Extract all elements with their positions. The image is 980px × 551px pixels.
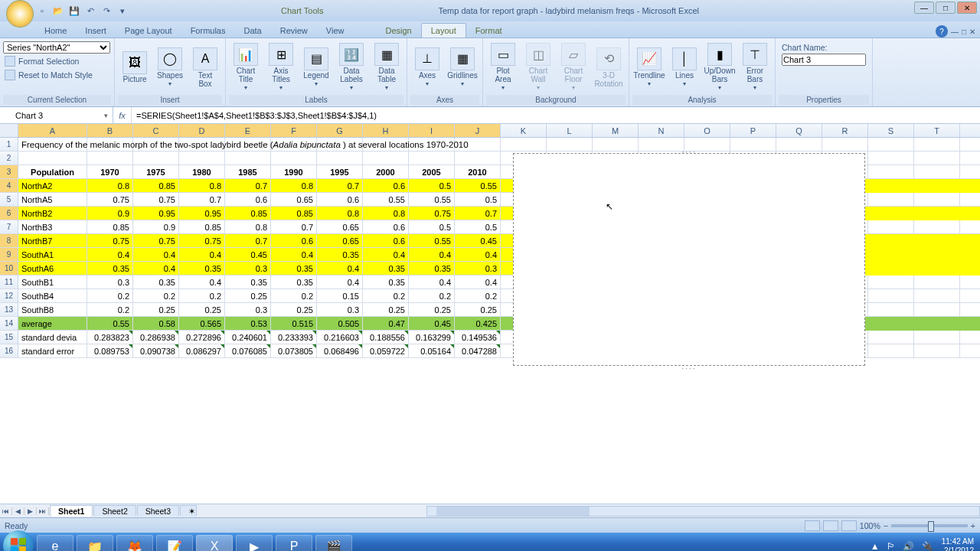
cell[interactable]: 0.4: [317, 262, 363, 275]
cell[interactable]: 2010: [455, 165, 501, 178]
row-header[interactable]: 6: [0, 207, 18, 220]
col-header[interactable]: G: [317, 124, 363, 137]
prev-sheet-button[interactable]: ◀: [12, 507, 24, 515]
col-header[interactable]: S: [868, 124, 914, 137]
cell[interactable]: 0.45: [455, 234, 501, 247]
cell[interactable]: 0.3: [225, 303, 271, 316]
col-header[interactable]: R: [822, 124, 868, 137]
tab-home[interactable]: Home: [35, 24, 76, 37]
zoom-slider[interactable]: [891, 524, 968, 527]
system-tray[interactable]: ▲ 🏳 🔊 🔌 11:42 AM2/1/2012: [871, 537, 977, 551]
zoom-in-button[interactable]: +: [971, 521, 975, 530]
cell[interactable]: 1985: [225, 165, 271, 178]
cell[interactable]: 0.5: [455, 220, 501, 233]
cell[interactable]: 0.75: [179, 234, 225, 247]
cell[interactable]: 0.6: [363, 220, 409, 233]
col-header[interactable]: K: [501, 124, 547, 137]
cell[interactable]: 0.233393: [271, 331, 317, 344]
cell[interactable]: 0.15: [317, 289, 363, 302]
cell[interactable]: 0.75: [409, 207, 455, 220]
cell[interactable]: 0.286938: [133, 331, 179, 344]
cell[interactable]: 0.25: [179, 303, 225, 316]
tab-format[interactable]: Format: [466, 24, 511, 37]
cell[interactable]: 0.25: [133, 303, 179, 316]
cell[interactable]: 0.35: [409, 262, 455, 275]
sheet-tab[interactable]: Sheet3: [137, 505, 179, 517]
cell[interactable]: 0.4: [455, 276, 501, 289]
fx-button[interactable]: fx: [113, 107, 132, 123]
cell[interactable]: 0.7: [225, 234, 271, 247]
cell[interactable]: 0.3: [225, 262, 271, 275]
cell[interactable]: 0.65: [271, 193, 317, 206]
normal-view-button[interactable]: [805, 520, 820, 531]
axis-titles-button[interactable]: ⊞Axis Titles: [264, 41, 298, 93]
page-break-view-button[interactable]: [841, 520, 857, 531]
cell[interactable]: 0.55: [363, 193, 409, 206]
row-header[interactable]: 7: [0, 220, 18, 233]
cell[interactable]: 0.25: [363, 303, 409, 316]
row-header[interactable]: 12: [0, 289, 18, 302]
cell[interactable]: standard devia: [18, 331, 87, 344]
cell[interactable]: 0.35: [87, 262, 133, 275]
chart-plot-area[interactable]: [521, 158, 759, 342]
col-header[interactable]: N: [639, 124, 684, 137]
cell[interactable]: 0.9: [87, 207, 133, 220]
cell[interactable]: 0.6: [225, 193, 271, 206]
cell[interactable]: 0.4: [179, 276, 225, 289]
cell[interactable]: 0.2: [271, 289, 317, 302]
cell[interactable]: 0.45: [409, 317, 455, 330]
cell[interactable]: 0.5: [455, 193, 501, 206]
cell[interactable]: 0.35: [363, 276, 409, 289]
cell[interactable]: 0.4: [409, 276, 455, 289]
cell[interactable]: 0.8: [179, 179, 225, 192]
cell[interactable]: 0.35: [363, 262, 409, 275]
cell[interactable]: average: [18, 317, 87, 330]
cell[interactable]: 0.85: [87, 220, 133, 233]
cell[interactable]: 0.4: [179, 248, 225, 261]
col-header[interactable]: L: [547, 124, 593, 137]
cell[interactable]: 0.25: [225, 289, 271, 302]
new-icon[interactable]: ▫: [35, 4, 49, 18]
cell[interactable]: 0.95: [133, 207, 179, 220]
cell[interactable]: 0.8: [87, 179, 133, 192]
taskbar-media[interactable]: ▶: [236, 535, 273, 551]
cell[interactable]: 0.55: [87, 317, 133, 330]
close-button[interactable]: ✕: [957, 2, 977, 14]
plot-area-button[interactable]: ▭Plot Area: [486, 41, 520, 93]
updown-bars-button[interactable]: ▮Up/Down Bars: [703, 41, 737, 93]
cell[interactable]: 0.6: [363, 179, 409, 192]
cell[interactable]: 0.7: [317, 179, 363, 192]
cell[interactable]: 0.8: [271, 179, 317, 192]
first-sheet-button[interactable]: ⏮: [0, 507, 12, 515]
cell[interactable]: SouthA6: [18, 262, 87, 275]
chart-wall-button[interactable]: ◫Chart Wall: [521, 41, 555, 93]
row-header[interactable]: 1: [0, 138, 18, 151]
cell[interactable]: 0.4: [455, 248, 501, 261]
tab-review[interactable]: Review: [271, 24, 317, 37]
cell[interactable]: 2000: [363, 165, 409, 178]
cell[interactable]: 0.75: [87, 234, 133, 247]
cell[interactable]: 0.515: [271, 317, 317, 330]
title-cell[interactable]: Frequency of the melanic morph of the tw…: [21, 138, 469, 152]
cell[interactable]: 0.53: [225, 317, 271, 330]
close-workbook-button[interactable]: ✕: [969, 28, 975, 36]
col-header[interactable]: M: [593, 124, 639, 137]
col-header[interactable]: C: [133, 124, 179, 137]
zoom-out-button[interactable]: −: [884, 521, 888, 530]
taskbar-explorer[interactable]: 📁: [77, 535, 113, 551]
cell[interactable]: 0.6: [317, 193, 363, 206]
cell[interactable]: 0.8: [317, 207, 363, 220]
col-header[interactable]: I: [409, 124, 455, 137]
cell[interactable]: 0.068496: [317, 344, 363, 357]
col-header[interactable]: H: [363, 124, 409, 137]
page-layout-view-button[interactable]: [823, 520, 838, 531]
shapes-button[interactable]: ◯Shapes: [153, 46, 187, 90]
cell[interactable]: NorthB2: [18, 207, 87, 220]
cell[interactable]: 0.089753: [87, 344, 133, 357]
tab-design[interactable]: Design: [376, 24, 420, 37]
row-header[interactable]: 5: [0, 193, 18, 206]
cell[interactable]: 0.75: [87, 193, 133, 206]
cell[interactable]: NorthB3: [18, 220, 87, 233]
horizontal-scrollbar[interactable]: [426, 506, 980, 517]
tab-layout[interactable]: Layout: [421, 23, 466, 37]
